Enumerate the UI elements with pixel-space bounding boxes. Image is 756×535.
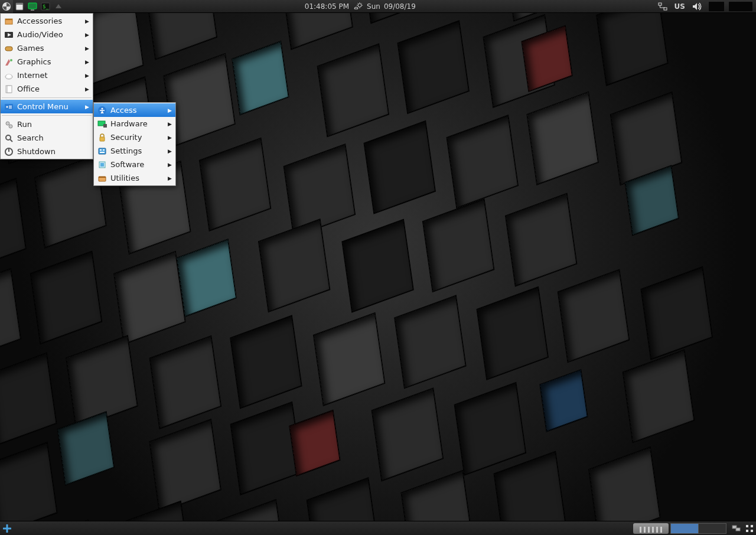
workspace-pager[interactable] xyxy=(633,523,726,534)
panel-apps-icon[interactable] xyxy=(743,522,756,535)
chevron-right-icon: ▶ xyxy=(85,86,89,92)
menu-internet[interactable]: Internet ▶ xyxy=(1,68,93,82)
svg-rect-46 xyxy=(751,525,753,527)
chevron-right-icon: ▶ xyxy=(168,162,172,168)
accessories-icon xyxy=(4,17,14,26)
clock-day: Sun xyxy=(367,2,380,11)
menu-run[interactable]: Run xyxy=(1,118,93,131)
svg-point-25 xyxy=(9,125,12,128)
svg-rect-42 xyxy=(99,177,106,178)
submenu-hardware[interactable]: Hardware ▶ xyxy=(94,117,175,131)
chevron-right-icon: ▶ xyxy=(85,59,89,65)
svg-rect-8 xyxy=(659,3,662,5)
control-icon xyxy=(4,102,14,112)
svg-rect-9 xyxy=(664,8,667,10)
svg-point-15 xyxy=(10,59,12,61)
chevron-right-icon: ▶ xyxy=(85,104,89,110)
chevron-right-icon: ▶ xyxy=(85,32,89,38)
security-icon xyxy=(97,133,107,142)
svg-point-31 xyxy=(102,107,103,109)
svg-rect-14 xyxy=(5,47,12,51)
menu-accessories[interactable]: Accessories ▶ xyxy=(1,14,93,28)
svg-point-24 xyxy=(6,122,9,125)
svg-rect-35 xyxy=(99,148,106,154)
software-icon xyxy=(97,160,107,169)
top-panel: $_ 01:48:05 PM Sun 09/08/19 US xyxy=(0,0,756,13)
submenu-access[interactable]: Access ▶ xyxy=(94,103,175,117)
audiovideo-icon xyxy=(4,30,14,40)
keyboard-layout-indicator[interactable]: US xyxy=(672,0,687,13)
svg-rect-3 xyxy=(28,3,37,9)
terminal-launcher[interactable]: $_ xyxy=(39,0,52,13)
utilities-icon xyxy=(97,174,107,183)
bottom-panel xyxy=(0,521,756,535)
svg-rect-37 xyxy=(103,149,105,151)
svg-text:$_: $_ xyxy=(43,4,49,9)
menu-separator xyxy=(2,97,92,98)
show-desktop-button[interactable] xyxy=(0,521,14,536)
clock-time: 01:48:05 PM xyxy=(305,2,349,11)
menu-separator xyxy=(2,115,92,116)
run-icon xyxy=(4,120,14,129)
svg-rect-22 xyxy=(9,106,12,107)
chevron-right-icon: ▶ xyxy=(85,45,89,51)
svg-point-7 xyxy=(358,4,361,7)
svg-rect-20 xyxy=(5,104,13,110)
menu-audiovideo[interactable]: Audio/Video ▶ xyxy=(1,28,93,41)
svg-point-26 xyxy=(6,135,11,140)
svg-point-17 xyxy=(6,74,11,78)
chevron-right-icon: ▶ xyxy=(168,135,172,141)
settings-icon xyxy=(97,146,107,156)
submenu-utilities[interactable]: Utilities ▶ xyxy=(94,171,175,185)
svg-rect-19 xyxy=(7,86,12,93)
chevron-right-icon: ▶ xyxy=(168,107,172,113)
svg-rect-47 xyxy=(746,530,748,532)
tray-placeholder-1[interactable] xyxy=(709,2,724,11)
svg-rect-34 xyxy=(100,137,105,141)
svg-rect-23 xyxy=(9,107,12,109)
access-icon xyxy=(97,106,107,115)
shutdown-icon xyxy=(4,147,14,156)
panel-up-icon[interactable] xyxy=(52,0,65,13)
menu-graphics[interactable]: Graphics ▶ xyxy=(1,55,93,68)
tray-placeholder-2[interactable] xyxy=(729,2,752,11)
workspace-1[interactable] xyxy=(670,523,699,534)
chevron-right-icon: ▶ xyxy=(85,73,89,79)
svg-rect-48 xyxy=(751,530,753,532)
svg-rect-40 xyxy=(100,163,104,167)
menu-control-menu[interactable]: Control Menu ▶ xyxy=(1,100,93,113)
svg-rect-44 xyxy=(736,528,740,531)
application-menu-button[interactable] xyxy=(0,0,13,13)
control-submenu: Access ▶ Hardware ▶ Security ▶ Settings … xyxy=(93,102,176,186)
svg-rect-38 xyxy=(100,152,105,153)
svg-line-27 xyxy=(10,139,12,142)
clock-applet[interactable]: 01:48:05 PM Sun 09/08/19 xyxy=(302,2,418,11)
display-launcher[interactable] xyxy=(26,0,39,13)
pager-decoration xyxy=(633,523,669,534)
chevron-right-icon: ▶ xyxy=(85,18,89,24)
internet-icon xyxy=(4,71,14,80)
menu-office[interactable]: Office ▶ xyxy=(1,82,93,96)
menu-shutdown[interactable]: Shutdown xyxy=(1,145,93,158)
weather-icon xyxy=(353,2,363,11)
volume-icon[interactable] xyxy=(690,0,705,13)
workspace-2[interactable] xyxy=(698,523,726,534)
svg-rect-45 xyxy=(746,525,748,527)
hardware-icon xyxy=(97,119,107,129)
office-icon xyxy=(4,84,14,94)
submenu-security[interactable]: Security ▶ xyxy=(94,131,175,144)
network-icon[interactable] xyxy=(656,0,670,13)
menu-search[interactable]: Search xyxy=(1,131,93,145)
svg-rect-2 xyxy=(16,3,23,5)
svg-point-21 xyxy=(6,106,8,107)
file-manager-launcher[interactable] xyxy=(13,0,26,13)
menu-games[interactable]: Games ▶ xyxy=(1,41,93,55)
submenu-settings[interactable]: Settings ▶ xyxy=(94,144,175,158)
application-menu: Accessories ▶ Audio/Video ▶ Games ▶ Grap… xyxy=(0,13,93,159)
chevron-right-icon: ▶ xyxy=(168,121,172,127)
games-icon xyxy=(4,44,14,53)
submenu-software[interactable]: Software ▶ xyxy=(94,158,175,171)
chevron-right-icon: ▶ xyxy=(168,175,172,181)
svg-rect-4 xyxy=(31,9,34,11)
window-list-icon[interactable] xyxy=(730,522,743,535)
